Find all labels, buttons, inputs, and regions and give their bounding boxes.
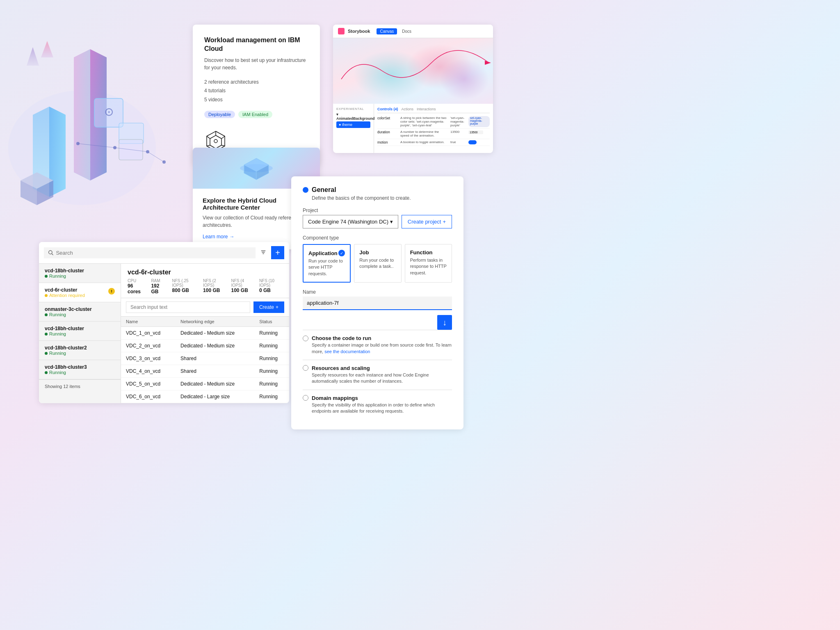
project-select[interactable]: Code Engine 74 (Washington DC) ▾ [303,215,398,228]
domain-section: Domain mappings Specify the visibility o… [303,390,452,420]
attention-badge: ! [108,288,115,294]
general-section-desc: Define the basics of the component to cr… [312,195,452,201]
svg-point-38 [440,59,489,100]
svg-point-16 [162,160,166,164]
choose-code-header[interactable]: Choose the code to run [303,335,452,341]
svg-marker-1 [74,49,107,180]
next-button[interactable]: ↓ [437,315,452,330]
type-job[interactable]: Job Run your code to complete a task.. [354,244,401,283]
workload-badges: Deployable IAM Enabled [204,111,308,118]
cloud-3d-icon [236,155,277,182]
svg-line-19 [148,152,164,162]
project-label: Project [303,208,452,213]
add-cluster-button[interactable]: + [271,246,284,259]
svg-line-41 [52,254,53,255]
list-item[interactable]: vcd-18bh-cluster2 Running [39,341,121,360]
svg-marker-20 [41,41,53,57]
table-row[interactable]: VDC_1_on_vcd Dedicated - Medium size Run… [121,327,289,340]
theme-story-item[interactable]: ● theme [336,121,370,128]
component-type-label: Component type [303,235,452,241]
choose-code-desc: Specify a container image or build one f… [312,342,452,355]
cluster-body: vcd-18bh-cluster Running ! vcd-6r-cluste… [39,264,289,403]
cluster-detail-name: vcd-6r-cluster [128,269,283,276]
project-select-wrapper: Code Engine 74 (Washington DC) ▾ Create … [303,215,452,228]
cluster-search-box[interactable] [44,247,256,258]
list-item[interactable]: vcd-18bh-cluster Running [39,264,121,283]
resources-section: Resources and scaling Specify resources … [303,360,452,390]
circle-icon [303,365,308,371]
stat-nfs2: NFS (2 IOPS) 100 GB [203,278,224,294]
vdc-table: Name Networking edge Status VDC_1_on_vcd… [121,317,289,403]
table-row[interactable]: VDC_2_on_vcd Dedicated - Medium size Run… [121,340,289,352]
arrow-right-icon: → [229,234,234,240]
badge-deployable[interactable]: Deployable [204,111,235,118]
svg-marker-7 [21,180,37,205]
svg-rect-9 [94,98,123,127]
stat-nfs4: NFS (10 IOPS) 0 GB [259,278,283,294]
motion-toggle[interactable] [468,140,477,144]
svg-point-15 [146,150,149,153]
search-input[interactable] [56,250,251,256]
illustration: ⊙ [0,25,189,238]
svg-marker-4 [33,107,66,197]
svg-point-14 [113,146,116,149]
cluster-detail: vcd-6r-cluster CPU 96 cores RAM 192 GB N… [121,264,289,403]
badge-iam[interactable]: IAM Enabled [238,111,272,118]
resources-desc: Specify resources for each instance and … [312,372,452,385]
create-project-button[interactable]: Create project + [402,215,452,228]
section-dot-icon [303,187,308,193]
storybook-topbar: Storybook Canvas Docs [333,25,493,38]
tab-canvas[interactable]: Canvas [377,28,397,34]
plus-icon: + [443,219,446,225]
table-row[interactable]: VDC_4_on_vcd Shared Running [121,365,289,378]
table-row[interactable]: VDC_5_on_vcd Dedicated - Medium size Run… [121,378,289,390]
svg-marker-2 [90,49,107,180]
workload-title: Workload management on IBM Cloud [204,36,308,53]
domain-header[interactable]: Domain mappings [303,395,452,401]
search-icon [48,250,53,256]
resources-header[interactable]: Resources and scaling [303,365,452,371]
col-header-networking: Networking edge [176,317,254,327]
svg-line-29 [207,145,210,146]
name-input[interactable] [303,297,452,310]
table-row[interactable]: VDC_3_on_vcd Shared Running [121,352,289,365]
svg-marker-5 [49,107,66,197]
storybook-controls: Controls (4) Actions Interactions colorS… [374,104,493,153]
svg-point-24 [214,139,217,143]
svg-line-17 [78,144,115,148]
cluster-detail-header: vcd-6r-cluster CPU 96 cores RAM 192 GB N… [121,264,289,298]
table-row[interactable]: VDC_6_on_vcd Dedicated - Large size Runn… [121,390,289,403]
list-item[interactable]: vcd-18bh-cluster3 Running [39,360,121,379]
svg-marker-39 [485,61,491,65]
type-application[interactable]: Application ✓ Run your code to serve HTT… [303,244,351,283]
workload-card: Workload management on IBM Cloud Discove… [193,25,320,166]
storybook-logo [338,28,345,34]
svg-point-13 [76,142,80,145]
col-header-name: Name [121,317,176,327]
sort-icon [260,249,266,255]
storybook-tabs[interactable]: Canvas Docs [377,28,415,34]
cluster-detail-search-input[interactable] [126,301,250,313]
storybook-preview [333,38,493,104]
cluster-card: + vcd-18bh-cluster Running ! vcd-6r-clus… [39,242,289,403]
type-function[interactable]: Function Perform tasks in response to HT… [405,244,452,283]
tab-docs[interactable]: Docs [399,28,415,34]
control-row-motion: motion A boolean to toggle animation. tr… [377,139,490,146]
storybook-story-list: Experimental ▾ AnimatedBackground ● them… [333,104,374,153]
control-row-colorset: colorSet A string to pick between the tw… [377,115,490,129]
list-item[interactable]: vcd-18bh-cluster Running [39,322,121,341]
cluster-list: vcd-18bh-cluster Running ! vcd-6r-cluste… [39,264,121,403]
create-vdc-button[interactable]: Create + [253,301,284,313]
general-section-title: General [303,186,452,194]
domain-desc: Specify the visibility of this applicati… [312,402,452,415]
list-item[interactable]: ! vcd-6r-cluster Attention required [39,283,121,302]
cluster-list-footer: Showing 12 items [39,379,121,393]
circle-icon [303,336,308,341]
controls-tab-header: Controls (4) Actions Interactions [377,107,490,113]
svg-point-0 [8,90,156,205]
duration-input[interactable] [468,130,483,134]
documentation-link[interactable]: see the documentation [324,349,370,354]
sort-button[interactable] [259,248,268,258]
list-item[interactable]: onmaster-3c-cluster Running [39,302,121,322]
svg-line-30 [207,136,210,139]
